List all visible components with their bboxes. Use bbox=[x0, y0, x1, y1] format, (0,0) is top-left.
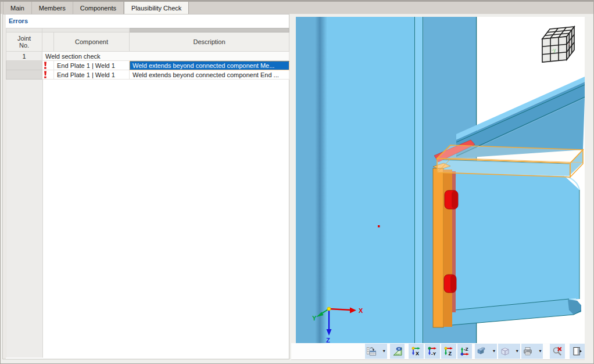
dropdown-arrow-icon[interactable]: ▾ bbox=[383, 349, 386, 354]
table-group-strip bbox=[6, 28, 289, 33]
show-dimensions-button[interactable] bbox=[390, 344, 405, 359]
navigation-cube[interactable]: -y x bbox=[542, 27, 574, 62]
error-row[interactable]: End Plate 1 | Weld 1 Weld extends beyond… bbox=[6, 70, 289, 80]
column-header-joint-no: Joint No. bbox=[6, 33, 42, 52]
group-row-weld-section-check[interactable]: 1 Weld section check bbox=[6, 52, 289, 61]
application-window: Main Members Components Plausibility Che… bbox=[0, 0, 594, 364]
tab-label: Members bbox=[39, 5, 66, 12]
axis-y-label: Y bbox=[312, 315, 317, 322]
solid-model-icon bbox=[476, 346, 486, 356]
table-copy-icon bbox=[366, 346, 377, 356]
joint-number-cell: 1 bbox=[6, 52, 42, 61]
error-row[interactable]: End Plate 1 | Weld 1 Weld extends beyond… bbox=[6, 61, 289, 70]
component-cell[interactable]: End Plate 1 | Weld 1 bbox=[54, 70, 130, 80]
viewport-toolbar: ▾ X bbox=[291, 343, 585, 360]
3d-scene: -y x Y Z X bbox=[296, 17, 585, 343]
group-label-cell: Weld section check bbox=[42, 52, 289, 61]
panel-arrow-icon bbox=[572, 346, 582, 356]
axis-view-icon: Z bbox=[443, 346, 454, 356]
svg-text:Z: Z bbox=[448, 351, 452, 356]
display-wireframe-button[interactable]: ▾ bbox=[498, 344, 520, 359]
3d-viewport[interactable]: -y x Y Z X bbox=[296, 17, 585, 343]
view-x-button[interactable]: X bbox=[409, 344, 424, 359]
axis-view-icon: -Z bbox=[460, 346, 470, 356]
axes-origin-dot bbox=[327, 307, 331, 311]
error-exclamation-icon bbox=[42, 71, 48, 78]
tab-main[interactable]: Main bbox=[3, 2, 32, 14]
dropdown-arrow-icon[interactable]: ▾ bbox=[493, 349, 496, 354]
set-square-eye-icon bbox=[392, 346, 403, 356]
axis-z-label: Z bbox=[326, 337, 330, 343]
column-header-component: Component bbox=[54, 33, 130, 52]
error-desc-cell-0[interactable]: Weld extends beyond connected component … bbox=[130, 61, 289, 70]
joint-number-cell bbox=[6, 70, 42, 80]
nav-cube-front-label: -y bbox=[552, 47, 556, 53]
axis-x-label: X bbox=[359, 307, 363, 314]
tab-label: Plausibility Check bbox=[131, 5, 181, 12]
errors-panel-title: Errors bbox=[9, 17, 28, 24]
dropdown-arrow-icon[interactable]: ▾ bbox=[539, 349, 542, 354]
svg-text:-Y: -Y bbox=[431, 351, 436, 356]
panel-toggle-button[interactable] bbox=[570, 344, 585, 359]
joint-column-filler bbox=[6, 80, 43, 358]
table-header-row: Joint No. Component Description bbox=[6, 33, 289, 52]
weld-highlight-box bbox=[437, 145, 583, 177]
svg-text:X: X bbox=[416, 351, 419, 356]
view-z-button[interactable]: Z bbox=[441, 344, 456, 359]
errors-panel: Errors Joint No. Component Description 1… bbox=[2, 14, 289, 359]
error-exclamation-icon bbox=[42, 62, 48, 69]
model-reference-dot bbox=[378, 225, 380, 228]
joint-number-cell bbox=[6, 61, 42, 70]
tab-label: Main bbox=[10, 5, 24, 12]
axis-view-icon: X bbox=[411, 346, 421, 356]
tab-plausibility-check[interactable]: Plausibility Check bbox=[124, 2, 189, 14]
error-icon-cell bbox=[42, 70, 54, 80]
error-icon-cell bbox=[42, 61, 54, 70]
column-header-description: Description bbox=[130, 33, 289, 52]
tab-label: Components bbox=[80, 5, 116, 12]
print-button[interactable]: ▾ bbox=[521, 344, 543, 359]
dropdown-arrow-icon[interactable]: ▾ bbox=[516, 349, 519, 354]
zoom-cancel-button[interactable] bbox=[550, 344, 565, 359]
tab-members[interactable]: Members bbox=[32, 2, 73, 14]
bolt[interactable] bbox=[445, 190, 458, 209]
errors-table: Joint No. Component Description 1 Weld s… bbox=[6, 28, 289, 80]
printer-icon bbox=[523, 346, 533, 356]
nav-cube-side-label: x bbox=[568, 42, 571, 46]
view-minus-z-button[interactable]: -Z bbox=[457, 344, 473, 359]
tabbar: Main Members Components Plausibility Che… bbox=[1, 1, 593, 14]
column-header-icon bbox=[42, 33, 54, 52]
magnifier-cancel-icon bbox=[552, 346, 563, 356]
view-minus-y-button[interactable]: -Y bbox=[425, 344, 440, 359]
end-plate[interactable] bbox=[433, 163, 456, 327]
display-solid-button[interactable]: ▾ bbox=[475, 344, 497, 359]
wireframe-cube-icon bbox=[499, 346, 510, 356]
tab-components[interactable]: Components bbox=[73, 2, 124, 14]
svg-text:-Z: -Z bbox=[464, 347, 468, 352]
error-desc-cell-1[interactable]: Weld extends beyond connected component … bbox=[130, 70, 289, 80]
copy-to-table-button[interactable]: ▾ bbox=[365, 344, 387, 359]
component-cell[interactable]: End Plate 1 | Weld 1 bbox=[54, 61, 130, 70]
bolt[interactable] bbox=[444, 275, 456, 293]
axis-view-icon: -Y bbox=[427, 346, 438, 356]
